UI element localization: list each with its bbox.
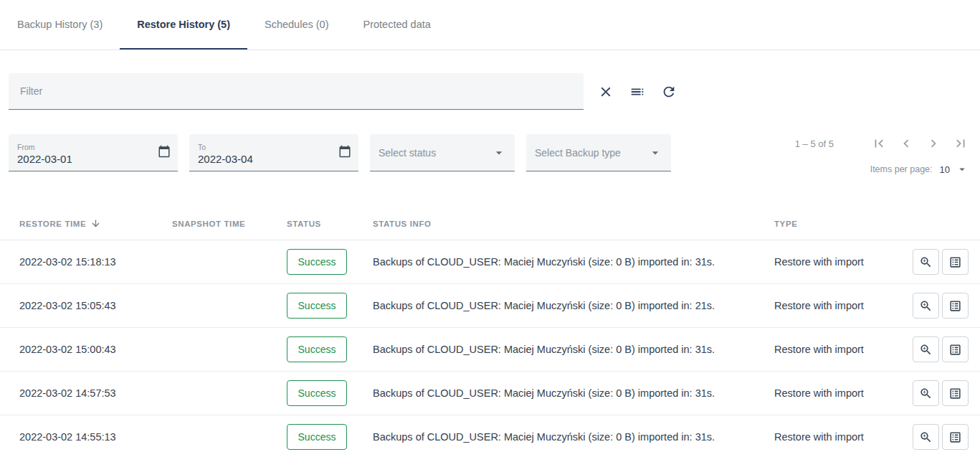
restore-time-cell: 2022-03-02 14:57:53: [19, 387, 172, 399]
items-per-page-label: Items per page:: [870, 164, 933, 174]
toc-icon: [629, 84, 645, 100]
calendar-icon: [338, 145, 351, 158]
report-icon: [948, 430, 962, 444]
last-page-icon: [953, 136, 969, 151]
header-status: STATUS: [287, 220, 373, 228]
status-info-cell: Backups of CLOUD_USER: Maciej Muczyński …: [373, 431, 774, 443]
zoom-in-icon: [919, 299, 933, 313]
report-button[interactable]: [942, 293, 969, 319]
previous-page-button[interactable]: [898, 136, 914, 151]
status-cell: Success: [287, 293, 373, 319]
header-snapshot-time: SNAPSHOT TIME: [172, 220, 287, 228]
inspect-button[interactable]: [913, 249, 939, 275]
from-date-field[interactable]: From: [9, 134, 178, 171]
row-actions: [897, 424, 969, 450]
tab-protected-data[interactable]: Protected data: [346, 0, 447, 50]
report-button[interactable]: [942, 249, 969, 275]
tab-backup-history[interactable]: Backup History (3): [0, 0, 120, 50]
inspect-button[interactable]: [913, 293, 939, 319]
header-label: STATUS INFO: [373, 220, 432, 228]
tab-restore-history[interactable]: Restore History (5): [120, 0, 247, 50]
restore-time-cell: 2022-03-02 15:05:43: [19, 300, 172, 311]
table-row: 2022-03-02 14:55:13 Success Backups of C…: [0, 415, 980, 457]
zoom-in-icon: [919, 387, 933, 400]
refresh-button[interactable]: [660, 83, 678, 101]
report-button[interactable]: [942, 336, 969, 362]
chevron-left-icon: [898, 136, 914, 151]
from-date-label: From: [17, 143, 35, 151]
backup-type-select[interactable]: Select Backup type: [526, 134, 671, 171]
tab-bar: Backup History (3) Restore History (5) S…: [0, 0, 980, 50]
status-info-cell: Backups of CLOUD_USER: Maciej Muczyński …: [373, 344, 774, 355]
status-info-cell: Backups of CLOUD_USER: Maciej Muczyński …: [373, 256, 774, 268]
tab-label: Schedules (0): [265, 19, 328, 30]
report-icon: [948, 343, 962, 357]
zoom-in-icon: [919, 343, 933, 357]
from-calendar-button[interactable]: [158, 145, 171, 158]
status-badge[interactable]: Success: [287, 424, 347, 450]
status-cell: Success: [287, 336, 373, 362]
backup-type-select-placeholder: Select Backup type: [535, 147, 621, 159]
chevron-down-icon: [492, 146, 506, 160]
calendar-icon: [158, 145, 171, 158]
first-page-icon: [871, 136, 887, 151]
restore-time-cell: 2022-03-02 15:00:43: [19, 344, 172, 355]
to-date-input[interactable]: [198, 153, 327, 165]
status-select[interactable]: Select status: [370, 134, 515, 171]
zoom-in-icon: [919, 430, 933, 444]
header-label: SNAPSHOT TIME: [172, 220, 245, 228]
filter-section: [0, 50, 980, 110]
row-actions: [897, 249, 969, 275]
filter-input[interactable]: [9, 73, 584, 110]
controls-row: From To Select status Sele: [0, 110, 980, 176]
type-cell: Restore with import: [774, 256, 897, 268]
header-type: TYPE: [774, 220, 897, 228]
report-button[interactable]: [942, 380, 969, 406]
pagination: 1 – 5 of 5: [795, 134, 969, 176]
next-page-button[interactable]: [926, 136, 941, 151]
header-status-info: STATUS INFO: [373, 220, 774, 228]
status-badge[interactable]: Success: [287, 336, 347, 362]
status-select-placeholder: Select status: [379, 147, 436, 159]
restore-time-cell: 2022-03-02 15:18:13: [19, 256, 172, 268]
report-button[interactable]: [942, 424, 969, 450]
status-badge[interactable]: Success: [287, 249, 347, 275]
status-info-cell: Backups of CLOUD_USER: Maciej Muczyński …: [373, 387, 774, 399]
status-cell: Success: [287, 249, 373, 275]
type-cell: Restore with import: [774, 344, 897, 355]
chevron-down-icon: [648, 146, 662, 160]
status-badge[interactable]: Success: [287, 293, 347, 319]
table-row: 2022-03-02 15:00:43 Success Backups of C…: [0, 328, 980, 372]
status-badge[interactable]: Success: [287, 380, 347, 406]
tab-schedules[interactable]: Schedules (0): [247, 0, 346, 50]
row-actions: [897, 293, 969, 319]
tab-label: Protected data: [363, 19, 430, 30]
table-body: 2022-03-02 15:18:13 Success Backups of C…: [0, 240, 980, 457]
chevron-down-icon: [956, 163, 969, 176]
tab-label: Restore History (5): [137, 19, 230, 30]
pagination-controls: 1 – 5 of 5: [795, 136, 969, 151]
filter-options-button[interactable]: [628, 83, 647, 101]
header-restore-time[interactable]: RESTORE TIME: [19, 218, 172, 229]
table-header-row: RESTORE TIME SNAPSHOT TIME STATUS STATUS…: [0, 207, 980, 240]
table-row: 2022-03-02 15:18:13 Success Backups of C…: [0, 240, 980, 284]
refresh-icon: [661, 84, 677, 100]
to-date-field[interactable]: To: [189, 134, 358, 171]
clear-filter-button[interactable]: [596, 83, 615, 101]
pagination-range: 1 – 5 of 5: [795, 138, 834, 149]
from-date-input[interactable]: [17, 153, 146, 165]
to-calendar-button[interactable]: [338, 145, 351, 158]
first-page-button[interactable]: [871, 136, 887, 151]
chevron-right-icon: [926, 136, 941, 151]
status-cell: Success: [287, 380, 373, 406]
inspect-button[interactable]: [913, 424, 939, 450]
close-icon: [598, 84, 614, 100]
items-per-page-value: 10: [940, 164, 950, 175]
report-icon: [948, 255, 962, 269]
type-cell: Restore with import: [774, 387, 897, 399]
last-page-button[interactable]: [953, 136, 969, 151]
inspect-button[interactable]: [913, 380, 939, 406]
header-label: STATUS: [287, 220, 321, 228]
items-per-page-select[interactable]: 10: [940, 163, 969, 176]
inspect-button[interactable]: [913, 336, 939, 362]
